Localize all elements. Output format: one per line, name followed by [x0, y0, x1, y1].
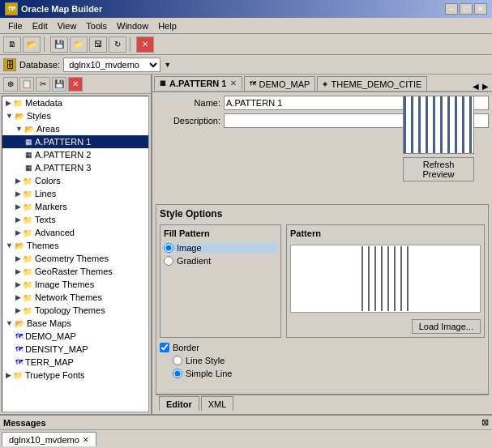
pattern-preview [290, 245, 481, 313]
messages-tabs: dglnx10_mvdemo ✕ [0, 430, 492, 446]
maximize-button[interactable]: □ [460, 3, 473, 15]
messages-close-icon[interactable]: ⊠ [481, 417, 489, 428]
border-checkbox[interactable] [160, 343, 169, 352]
tab-scroll-right[interactable]: ▶ [481, 82, 490, 91]
tree-apattern1[interactable]: ▦ A.PATTERN 1 [2, 135, 148, 148]
tree-areas[interactable]: ▼ 📂 Areas [2, 122, 148, 135]
toolbar-disk[interactable]: 🖫 [89, 36, 107, 53]
db-dropdown-arrow[interactable]: ▼ [164, 61, 171, 69]
expand-georasterthemes: ▶ [15, 267, 21, 275]
tab-editor[interactable]: Editor [159, 396, 199, 411]
tab-apattern1-label: A.PATTERN 1 [169, 79, 227, 88]
tree-densitymap[interactable]: 🗺 DENSITY_MAP [2, 343, 148, 356]
close-button[interactable]: ✕ [474, 3, 487, 15]
database-select[interactable]: dglnx10_mvdemo [63, 58, 160, 72]
tree-topologythemes[interactable]: ▶ 📁 Topology Themes [2, 304, 148, 317]
toolbar-folder[interactable]: 📁 [70, 36, 88, 53]
tree-lines[interactable]: ▶ 📁 Lines [2, 187, 148, 200]
tree-markers[interactable]: ▶ 📁 Markers [2, 200, 148, 213]
pattern1-icon: ▦ [25, 138, 32, 146]
radio-image[interactable] [164, 243, 173, 253]
menu-help[interactable]: Help [153, 19, 182, 32]
fill-pattern-box: Fill Pattern Image Gradient [160, 224, 281, 338]
left-panel: ⊕ 📋 ✂ 💾 ✕ ▶ 📁 Metadata ▼ 📂 Styles ▼ 📂 [0, 75, 152, 414]
radio-image-row[interactable]: Image [164, 243, 277, 253]
radio-image-label: Image [177, 243, 202, 253]
tree-terrmap[interactable]: 🗺 TERR_MAP [2, 356, 148, 369]
left-btn-1[interactable]: ⊕ [3, 77, 18, 92]
tree-densitymap-label: DENSITY_MAP [25, 344, 88, 354]
messages-tab-close[interactable]: ✕ [83, 436, 89, 444]
tree-demomap[interactable]: 🗺 DEMO_MAP [2, 330, 148, 343]
left-btn-4[interactable]: 💾 [52, 77, 66, 92]
messages-tab-label: dglnx10_mvdemo [9, 435, 79, 445]
pattern-title: Pattern [287, 225, 484, 241]
tree-apattern2[interactable]: ▦ A.PATTERN 2 [2, 148, 148, 161]
left-btn-delete[interactable]: ✕ [68, 77, 83, 92]
pattern-lines-visual [362, 246, 410, 311]
toolbar-save[interactable]: 💾 [50, 36, 68, 53]
folder-networkthemes-icon: 📁 [23, 293, 32, 302]
menu-edit[interactable]: Edit [28, 19, 53, 32]
tree-apattern3[interactable]: ▦ A.PATTERN 3 [2, 161, 148, 174]
border-checkbox-row: Border [160, 343, 485, 352]
expand-advanced: ▶ [15, 228, 21, 237]
load-image-button[interactable]: Load Image... [412, 319, 481, 334]
messages-panel: Messages ⊠ dglnx10_mvdemo ✕ [0, 414, 492, 448]
folder-metadata-icon: 📁 [13, 99, 23, 108]
tree-metadata[interactable]: ▶ 📁 Metadata [2, 96, 148, 109]
tree-themes[interactable]: ▼ 📂 Themes [2, 239, 148, 252]
tree-styles[interactable]: ▼ 📂 Styles [2, 109, 148, 122]
refresh-preview-button[interactable]: Refresh Preview [403, 157, 474, 181]
tree-terrmap-label: TERR_MAP [25, 357, 74, 367]
preview-container: Refresh Preview [403, 96, 476, 181]
tree-ttfonts[interactable]: ▶ 📁 Truetype Fonts [2, 369, 148, 382]
menu-file[interactable]: File [3, 19, 28, 32]
tree-texts[interactable]: ▶ 📁 Texts [2, 213, 148, 226]
left-btn-3[interactable]: ✂ [36, 77, 50, 92]
tab-apattern1-icon: ▦ [160, 79, 166, 87]
tree-basemaps[interactable]: ▼ 📂 Base Maps [2, 317, 148, 330]
toolbar-new[interactable]: 🗎 [3, 36, 21, 53]
menu-window[interactable]: Window [112, 19, 153, 32]
tab-demomap-icon: 🗺 [250, 80, 256, 87]
radio-simpleline[interactable] [173, 369, 182, 378]
toolbar-sep-1 [44, 37, 47, 52]
menu-tools[interactable]: Tools [81, 19, 112, 32]
tree-georasterthemes[interactable]: ▶ 📁 GeoRaster Themes [2, 265, 148, 278]
tree-themes-label: Themes [27, 241, 59, 250]
tab-demomap[interactable]: 🗺 DEMO_MAP [244, 76, 316, 91]
radio-gradient[interactable] [164, 256, 173, 266]
minimize-button[interactable]: ─ [445, 3, 458, 15]
radio-linestyle-row[interactable]: Line Style [160, 356, 485, 365]
left-btn-2[interactable]: 📋 [19, 77, 34, 92]
tab-themedemo[interactable]: ◈ THEME_DEMO_CITIE [317, 76, 427, 91]
toolbar-open[interactable]: 📂 [23, 36, 41, 53]
tree-geomthemes[interactable]: ▶ 📁 Geometry Themes [2, 252, 148, 265]
tree-colors[interactable]: ▶ 📁 Colors [2, 174, 148, 187]
terrmap-icon: 🗺 [15, 358, 23, 366]
tab-apattern1-close[interactable]: ✕ [230, 79, 237, 87]
tree-networkthemes[interactable]: ▶ 📁 Network Themes [2, 291, 148, 304]
db-label: Database: [19, 60, 60, 70]
border-label: Border [173, 343, 199, 352]
tree-panel[interactable]: ▶ 📁 Metadata ▼ 📂 Styles ▼ 📂 Areas ▦ A.PA… [2, 96, 149, 412]
tab-xml[interactable]: XML [201, 396, 234, 411]
toolbar-connect[interactable]: ✕ [136, 36, 154, 53]
radio-linestyle-label: Line Style [186, 356, 225, 365]
radio-linestyle[interactable] [173, 356, 182, 365]
toolbar-refresh[interactable]: ↻ [109, 36, 126, 53]
expand-colors: ▶ [15, 177, 21, 185]
menu-view[interactable]: View [53, 19, 82, 32]
style-columns: Fill Pattern Image Gradient Pattern [160, 224, 485, 338]
tree-advanced[interactable]: ▶ 📁 Advanced [2, 226, 148, 239]
radio-gradient-row[interactable]: Gradient [164, 256, 277, 266]
tree-advanced-label: Advanced [35, 228, 75, 237]
tab-apattern1[interactable]: ▦ A.PATTERN 1 ✕ [154, 76, 242, 91]
tree-imagethemes[interactable]: ▶ 📁 Image Themes [2, 278, 148, 291]
tree-styles-label: Styles [27, 111, 51, 121]
messages-tab-db[interactable]: dglnx10_mvdemo ✕ [2, 432, 96, 446]
tab-scroll-left[interactable]: ◀ [471, 82, 481, 91]
radio-simpleline-row[interactable]: Simple Line [160, 369, 485, 378]
demomap-icon: 🗺 [15, 332, 23, 340]
